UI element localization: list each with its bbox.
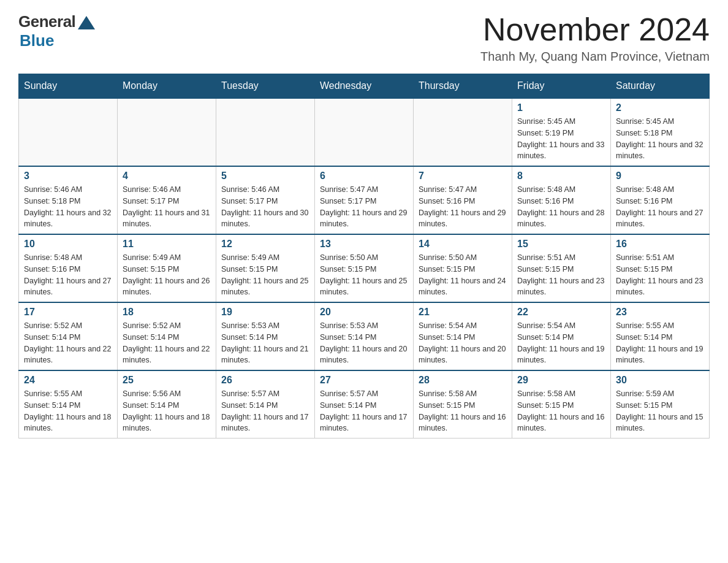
day-number: 12 <box>221 239 309 250</box>
day-number: 23 <box>616 307 704 318</box>
day-number: 13 <box>320 239 408 250</box>
day-info: Sunrise: 5:47 AMSunset: 5:16 PMDaylight:… <box>419 184 507 230</box>
day-info: Sunrise: 5:46 AMSunset: 5:18 PMDaylight:… <box>24 184 112 230</box>
cell-week5-day2: 26Sunrise: 5:57 AMSunset: 5:14 PMDayligh… <box>216 370 315 439</box>
week-row-2: 3Sunrise: 5:46 AMSunset: 5:18 PMDaylight… <box>19 166 710 234</box>
col-saturday: Saturday <box>611 74 710 99</box>
day-info: Sunrise: 5:52 AMSunset: 5:14 PMDaylight:… <box>123 320 211 366</box>
day-info: Sunrise: 5:51 AMSunset: 5:15 PMDaylight:… <box>517 252 605 298</box>
day-number: 10 <box>24 239 112 250</box>
cell-week1-day3 <box>315 98 414 166</box>
day-info: Sunrise: 5:46 AMSunset: 5:17 PMDaylight:… <box>221 184 309 230</box>
cell-week3-day2: 12Sunrise: 5:49 AMSunset: 5:15 PMDayligh… <box>216 234 315 302</box>
cell-week3-day1: 11Sunrise: 5:49 AMSunset: 5:15 PMDayligh… <box>118 234 216 302</box>
day-number: 9 <box>616 170 704 182</box>
day-number: 20 <box>320 307 408 318</box>
cell-week1-day6: 2Sunrise: 5:45 AMSunset: 5:18 PMDaylight… <box>611 98 710 166</box>
page-header: General Blue November 2024 Thanh My, Qua… <box>18 12 710 64</box>
calendar-header-row: Sunday Monday Tuesday Wednesday Thursday… <box>19 74 710 99</box>
day-info: Sunrise: 5:53 AMSunset: 5:14 PMDaylight:… <box>221 320 309 366</box>
cell-week2-day6: 9Sunrise: 5:48 AMSunset: 5:16 PMDaylight… <box>611 166 710 234</box>
cell-week4-day6: 23Sunrise: 5:55 AMSunset: 5:14 PMDayligh… <box>611 302 710 370</box>
cell-week2-day3: 6Sunrise: 5:47 AMSunset: 5:17 PMDaylight… <box>315 166 414 234</box>
day-info: Sunrise: 5:58 AMSunset: 5:15 PMDaylight:… <box>419 388 507 434</box>
day-number: 14 <box>419 239 507 250</box>
cell-week3-day4: 14Sunrise: 5:50 AMSunset: 5:15 PMDayligh… <box>414 234 512 302</box>
col-friday: Friday <box>512 74 611 99</box>
day-number: 17 <box>24 307 112 318</box>
cell-week5-day1: 25Sunrise: 5:56 AMSunset: 5:14 PMDayligh… <box>118 370 216 439</box>
cell-week1-day2 <box>216 98 315 166</box>
day-number: 16 <box>616 239 704 250</box>
day-number: 21 <box>419 307 507 318</box>
cell-week4-day1: 18Sunrise: 5:52 AMSunset: 5:14 PMDayligh… <box>118 302 216 370</box>
day-info: Sunrise: 5:46 AMSunset: 5:17 PMDaylight:… <box>123 184 211 230</box>
cell-week4-day2: 19Sunrise: 5:53 AMSunset: 5:14 PMDayligh… <box>216 302 315 370</box>
day-number: 18 <box>123 307 211 318</box>
col-monday: Monday <box>118 74 216 99</box>
logo-general-text: General <box>18 12 75 31</box>
cell-week2-day4: 7Sunrise: 5:47 AMSunset: 5:16 PMDaylight… <box>414 166 512 234</box>
cell-week4-day5: 22Sunrise: 5:54 AMSunset: 5:14 PMDayligh… <box>512 302 611 370</box>
day-info: Sunrise: 5:53 AMSunset: 5:14 PMDaylight:… <box>320 320 408 366</box>
day-info: Sunrise: 5:48 AMSunset: 5:16 PMDaylight:… <box>24 252 112 298</box>
day-number: 25 <box>123 375 211 386</box>
day-number: 3 <box>24 170 112 182</box>
day-number: 4 <box>123 170 211 182</box>
day-info: Sunrise: 5:58 AMSunset: 5:15 PMDaylight:… <box>517 388 605 434</box>
col-tuesday: Tuesday <box>216 74 315 99</box>
day-number: 29 <box>517 375 605 386</box>
day-info: Sunrise: 5:54 AMSunset: 5:14 PMDaylight:… <box>517 320 605 366</box>
cell-week5-day6: 30Sunrise: 5:59 AMSunset: 5:15 PMDayligh… <box>611 370 710 439</box>
day-number: 8 <box>517 170 605 182</box>
col-wednesday: Wednesday <box>315 74 414 99</box>
day-number: 6 <box>320 170 408 182</box>
day-number: 28 <box>419 375 507 386</box>
day-number: 2 <box>616 102 704 113</box>
week-row-1: 1Sunrise: 5:45 AMSunset: 5:19 PMDaylight… <box>19 98 710 166</box>
cell-week1-day0 <box>19 98 118 166</box>
day-info: Sunrise: 5:52 AMSunset: 5:14 PMDaylight:… <box>24 320 112 366</box>
cell-week4-day0: 17Sunrise: 5:52 AMSunset: 5:14 PMDayligh… <box>19 302 118 370</box>
cell-week2-day1: 4Sunrise: 5:46 AMSunset: 5:17 PMDaylight… <box>118 166 216 234</box>
cell-week2-day2: 5Sunrise: 5:46 AMSunset: 5:17 PMDaylight… <box>216 166 315 234</box>
day-info: Sunrise: 5:57 AMSunset: 5:14 PMDaylight:… <box>221 388 309 434</box>
title-section: November 2024 Thanh My, Quang Nam Provin… <box>480 12 710 64</box>
main-title: November 2024 <box>480 12 710 47</box>
day-info: Sunrise: 5:50 AMSunset: 5:15 PMDaylight:… <box>320 252 408 298</box>
col-thursday: Thursday <box>414 74 512 99</box>
day-info: Sunrise: 5:56 AMSunset: 5:14 PMDaylight:… <box>123 388 211 434</box>
cell-week3-day6: 16Sunrise: 5:51 AMSunset: 5:15 PMDayligh… <box>611 234 710 302</box>
cell-week5-day3: 27Sunrise: 5:57 AMSunset: 5:14 PMDayligh… <box>315 370 414 439</box>
day-info: Sunrise: 5:47 AMSunset: 5:17 PMDaylight:… <box>320 184 408 230</box>
day-number: 27 <box>320 375 408 386</box>
day-info: Sunrise: 5:51 AMSunset: 5:15 PMDaylight:… <box>616 252 704 298</box>
day-info: Sunrise: 5:54 AMSunset: 5:14 PMDaylight:… <box>419 320 507 366</box>
day-number: 30 <box>616 375 704 386</box>
col-sunday: Sunday <box>19 74 118 99</box>
week-row-3: 10Sunrise: 5:48 AMSunset: 5:16 PMDayligh… <box>19 234 710 302</box>
calendar-table: Sunday Monday Tuesday Wednesday Thursday… <box>18 74 710 439</box>
cell-week1-day4 <box>414 98 512 166</box>
cell-week5-day4: 28Sunrise: 5:58 AMSunset: 5:15 PMDayligh… <box>414 370 512 439</box>
day-info: Sunrise: 5:48 AMSunset: 5:16 PMDaylight:… <box>517 184 605 230</box>
logo-triangle-icon <box>78 16 95 29</box>
day-number: 5 <box>221 170 309 182</box>
cell-week5-day5: 29Sunrise: 5:58 AMSunset: 5:15 PMDayligh… <box>512 370 611 439</box>
cell-week3-day0: 10Sunrise: 5:48 AMSunset: 5:16 PMDayligh… <box>19 234 118 302</box>
day-info: Sunrise: 5:55 AMSunset: 5:14 PMDaylight:… <box>616 320 704 366</box>
day-info: Sunrise: 5:49 AMSunset: 5:15 PMDaylight:… <box>221 252 309 298</box>
day-info: Sunrise: 5:49 AMSunset: 5:15 PMDaylight:… <box>123 252 211 298</box>
cell-week2-day0: 3Sunrise: 5:46 AMSunset: 5:18 PMDaylight… <box>19 166 118 234</box>
day-info: Sunrise: 5:45 AMSunset: 5:19 PMDaylight:… <box>517 116 605 162</box>
day-number: 1 <box>517 102 605 113</box>
week-row-4: 17Sunrise: 5:52 AMSunset: 5:14 PMDayligh… <box>19 302 710 370</box>
logo-blue-text: Blue <box>20 31 54 50</box>
week-row-5: 24Sunrise: 5:55 AMSunset: 5:14 PMDayligh… <box>19 370 710 439</box>
day-number: 24 <box>24 375 112 386</box>
logo: General Blue <box>18 12 95 50</box>
day-info: Sunrise: 5:59 AMSunset: 5:15 PMDaylight:… <box>616 388 704 434</box>
cell-week1-day1 <box>118 98 216 166</box>
cell-week2-day5: 8Sunrise: 5:48 AMSunset: 5:16 PMDaylight… <box>512 166 611 234</box>
cell-week1-day5: 1Sunrise: 5:45 AMSunset: 5:19 PMDaylight… <box>512 98 611 166</box>
